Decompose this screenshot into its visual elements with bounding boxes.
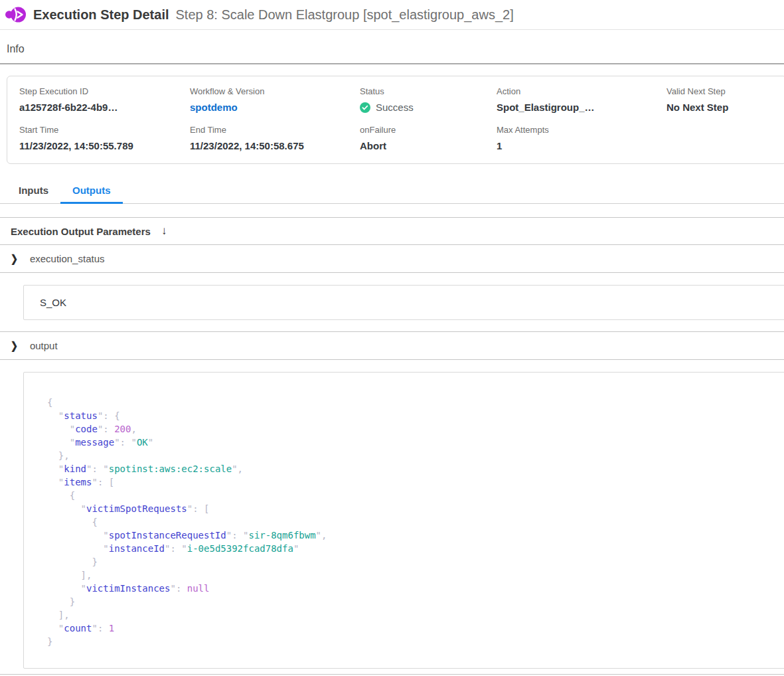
tab-outputs[interactable]: Outputs bbox=[60, 179, 123, 204]
field-label: Action bbox=[497, 86, 666, 96]
workflow-link[interactable]: spotdemo bbox=[190, 102, 360, 113]
code-line: ], bbox=[47, 608, 784, 622]
status-badge: Success bbox=[360, 102, 497, 113]
field-label: Status bbox=[360, 86, 497, 96]
field-valid-next-step: Valid Next Step No Next Step bbox=[666, 86, 784, 113]
json-code: { "status": { "code": 200, "message": "O… bbox=[47, 396, 784, 648]
code-line: } bbox=[47, 635, 784, 648]
code-line: "status": { bbox=[47, 409, 784, 422]
field-workflow-version: Workflow & Version spotdemo bbox=[190, 86, 360, 113]
field-value: 11/23/2022, 14:50:58.675 bbox=[190, 140, 360, 151]
tab-inputs[interactable]: Inputs bbox=[7, 179, 60, 204]
code-line: } bbox=[47, 595, 784, 608]
status-text: Success bbox=[376, 102, 414, 113]
chevron-right-icon: ❯ bbox=[11, 253, 18, 265]
app-header: Execution Step Detail Step 8: Scale Down… bbox=[0, 0, 784, 30]
check-circle-icon bbox=[360, 102, 370, 113]
field-label: onFailure bbox=[360, 125, 497, 135]
code-line: { bbox=[47, 489, 784, 502]
spot-logo-icon bbox=[5, 5, 27, 25]
field-max-attempts: Max Attempts 1 bbox=[497, 125, 666, 151]
page-title: Execution Step Detail bbox=[33, 7, 169, 23]
code-line: "instanceId": "i-0e5d5392fcad78dfa" bbox=[47, 542, 784, 555]
code-line: "message": "OK" bbox=[47, 436, 784, 449]
execution-status-value: S_OK bbox=[40, 297, 66, 308]
field-label: Start Time bbox=[19, 125, 190, 135]
code-line: { bbox=[47, 396, 784, 409]
tab-bar: Inputs Outputs bbox=[0, 179, 784, 204]
chevron-right-icon: ❯ bbox=[11, 340, 18, 352]
field-start-time: Start Time 11/23/2022, 14:50:55.789 bbox=[19, 125, 190, 151]
field-label: Workflow & Version bbox=[190, 86, 360, 96]
code-line: "kind": "spotinst:aws:ec2:scale", bbox=[47, 462, 784, 475]
field-action: Action Spot_Elastigroup_… bbox=[497, 86, 666, 113]
code-line: }, bbox=[47, 449, 784, 462]
param-row-execution-status[interactable]: ❯ execution_status bbox=[0, 245, 784, 273]
code-line: { bbox=[47, 515, 784, 529]
param-row-output[interactable]: ❯ output bbox=[0, 331, 784, 360]
code-line: "count": 1 bbox=[47, 622, 784, 635]
bottom-divider bbox=[0, 674, 784, 675]
field-value: Spot_Elastigroup_… bbox=[497, 102, 666, 113]
info-section-label: Info bbox=[0, 30, 784, 63]
output-json-box: { "status": { "code": 200, "message": "O… bbox=[23, 372, 784, 669]
param-name: execution_status bbox=[30, 253, 105, 264]
param-name: output bbox=[30, 340, 58, 351]
field-label: Step Execution ID bbox=[19, 86, 190, 96]
field-label: Valid Next Step bbox=[666, 86, 784, 96]
field-empty bbox=[666, 125, 784, 151]
info-card: Step Execution ID a125728f-6b22-4b9… Wor… bbox=[7, 76, 784, 164]
field-onfailure: onFailure Abort bbox=[360, 125, 497, 151]
field-label: End Time bbox=[190, 125, 360, 135]
field-end-time: End Time 11/23/2022, 14:50:58.675 bbox=[190, 125, 360, 151]
field-value: No Next Step bbox=[666, 102, 784, 113]
download-arrow-icon[interactable]: ↓ bbox=[161, 224, 167, 238]
code-line: "victimInstances": null bbox=[47, 582, 784, 595]
field-value: Abort bbox=[360, 140, 497, 151]
execution-status-value-box: S_OK bbox=[23, 285, 784, 320]
field-step-execution-id: Step Execution ID a125728f-6b22-4b9… bbox=[19, 86, 190, 113]
code-line: "code": 200, bbox=[47, 422, 784, 436]
field-status: Status Success bbox=[360, 86, 497, 113]
code-line: "items": [ bbox=[47, 475, 784, 489]
execution-output-parameters-header: Execution Output Parameters ↓ bbox=[0, 217, 784, 245]
code-line: "spotInstanceRequestId": "sir-8qm6fbwm", bbox=[47, 529, 784, 542]
field-value: 11/23/2022, 14:50:55.789 bbox=[19, 140, 190, 151]
code-line: ], bbox=[47, 568, 784, 582]
field-value: 1 bbox=[497, 140, 666, 151]
field-label: Max Attempts bbox=[497, 125, 666, 135]
code-line: } bbox=[47, 555, 784, 568]
execution-output-parameters-title: Execution Output Parameters bbox=[11, 226, 151, 237]
info-divider bbox=[0, 63, 784, 64]
field-value: a125728f-6b22-4b9… bbox=[19, 102, 190, 113]
page-subtitle: Step 8: Scale Down Elastgroup [spot_elas… bbox=[176, 7, 514, 23]
code-line: "victimSpotRequests": [ bbox=[47, 502, 784, 515]
